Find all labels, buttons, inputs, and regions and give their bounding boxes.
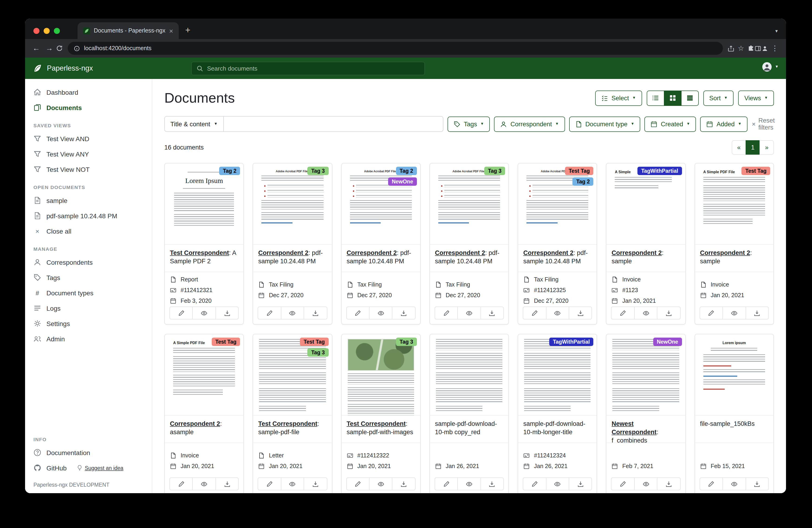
edit-button[interactable] — [611, 306, 635, 319]
sidebar-item-test-view-and[interactable]: Test View AND — [25, 131, 152, 146]
reload-button[interactable] — [56, 45, 63, 52]
sidebar-item-open-doc-pdf-sample[interactable]: pdf-sample 10.24.48 PM — [25, 208, 152, 223]
document-title[interactable]: sample-pdf-download-10-mb-longer-title — [518, 416, 597, 443]
tag-badge-tag-2[interactable]: Tag 2 — [396, 167, 417, 175]
bookmark-star-icon[interactable]: ☆ — [735, 42, 748, 55]
edit-button[interactable] — [435, 306, 458, 319]
sidebar-item-correspondents[interactable]: Correspondents — [25, 255, 152, 270]
forward-button[interactable]: → — [43, 42, 56, 55]
view-button[interactable] — [722, 306, 746, 319]
download-button[interactable] — [569, 306, 592, 319]
zoom-window-button[interactable] — [54, 28, 60, 34]
user-menu[interactable]: ▼ — [762, 62, 779, 72]
tag-badge-tag-2[interactable]: Tag 2 — [219, 167, 240, 175]
view-button[interactable] — [458, 306, 481, 319]
back-button[interactable]: ← — [30, 42, 43, 55]
download-button[interactable] — [480, 477, 504, 490]
download-button[interactable] — [215, 306, 239, 319]
document-thumbnail-area[interactable]: TagWithPartial — [518, 334, 597, 416]
download-button[interactable] — [304, 477, 327, 490]
document-correspondent-link[interactable]: Test Correspondent — [347, 420, 406, 427]
grid-view-button[interactable] — [664, 90, 681, 106]
edit-button[interactable] — [346, 477, 369, 490]
tab-close-icon[interactable]: × — [169, 27, 173, 34]
details-view-button[interactable] — [681, 90, 698, 106]
view-button[interactable] — [281, 477, 304, 490]
select-button[interactable]: Select ▼ — [595, 90, 642, 106]
global-search[interactable] — [191, 62, 425, 75]
suggest-an-idea-link[interactable]: Suggest an idea — [76, 465, 123, 471]
view-button[interactable] — [546, 477, 569, 490]
download-button[interactable] — [215, 477, 239, 490]
document-correspondent-link[interactable]: Correspondent 2 — [612, 249, 662, 256]
document-title[interactable]: Correspondent 2: pdf-sample 10.24.48 PM — [430, 245, 509, 272]
download-button[interactable] — [657, 306, 681, 319]
browser-profile-icon[interactable] — [762, 45, 768, 52]
document-thumbnail-area[interactable]: Lorem IpsumTag 2 — [165, 163, 244, 245]
document-title[interactable]: Test Correspondent: A Sample PDF 2 — [165, 245, 244, 272]
document-title[interactable]: sample-pdf-download-10-mb copy_red — [430, 416, 509, 443]
filter-added-button[interactable]: Added▼ — [700, 116, 748, 132]
tag-badge-tagwithpartial[interactable]: TagWithPartial — [637, 167, 682, 175]
browser-menu-icon[interactable]: ⋮ — [768, 42, 781, 55]
edit-button[interactable] — [258, 477, 281, 490]
sidebar-item-tags[interactable]: Tags — [25, 270, 152, 285]
tag-badge-test-tag[interactable]: Test Tag — [742, 167, 770, 175]
document-correspondent-link[interactable]: Newest Correspondent — [612, 420, 657, 436]
edit-button[interactable] — [170, 477, 193, 490]
tag-badge-tag-3[interactable]: Tag 3 — [396, 338, 417, 346]
document-thumbnail-area[interactable]: Adobe Acrobat PDF FilesTag 3 — [430, 163, 509, 245]
browser-tab[interactable]: Documents - Paperless-ngx × — [77, 22, 179, 39]
sidebar-item-dashboard[interactable]: Dashboard — [25, 85, 152, 100]
side-panel-icon[interactable] — [754, 45, 762, 52]
view-button[interactable] — [458, 477, 481, 490]
document-title[interactable]: file-sample_150kBs — [695, 416, 773, 443]
extensions-icon[interactable] — [748, 45, 754, 52]
tag-badge-test-tag[interactable]: Test Tag — [300, 338, 329, 346]
document-title[interactable]: Correspondent 2: pdf-sample 10.24.48 PM — [342, 245, 420, 272]
sidebar-item-documentation[interactable]: Documentation — [25, 445, 152, 460]
document-title[interactable]: Correspondent 2: pdf-sample 10.24.48 PM — [253, 245, 332, 272]
sidebar-item-settings[interactable]: Settings — [25, 316, 152, 331]
document-thumbnail-area[interactable] — [430, 334, 509, 416]
minimize-window-button[interactable] — [44, 28, 50, 34]
sidebar-item-github[interactable]: GitHubSuggest an idea — [25, 460, 152, 475]
document-correspondent-link[interactable]: Test Correspondent — [258, 420, 318, 427]
document-thumbnail-area[interactable]: A Simple PDF FileTest Tag — [165, 334, 244, 416]
document-thumbnail-area[interactable]: Test TagTag 3 — [253, 334, 332, 416]
view-button[interactable] — [722, 477, 746, 490]
document-correspondent-link[interactable]: Test Correspondent — [170, 249, 229, 256]
pagination-next-button[interactable]: » — [759, 140, 774, 155]
edit-button[interactable] — [699, 306, 723, 319]
document-title[interactable]: Correspondent 2: asample — [165, 416, 244, 443]
tag-badge-newone[interactable]: NewOne — [388, 177, 417, 186]
document-thumbnail-area[interactable]: NewOne — [607, 334, 685, 416]
pagination-prev-button[interactable]: « — [732, 140, 746, 155]
close-window-button[interactable] — [33, 28, 40, 34]
reset-filters-button[interactable]: × Reset filters — [752, 117, 775, 131]
sidebar-item-document-types[interactable]: #Document types — [25, 285, 152, 300]
tab-search-icon[interactable]: ▼ — [774, 29, 779, 33]
edit-button[interactable] — [170, 306, 193, 319]
tag-badge-test-tag[interactable]: Test Tag — [212, 338, 240, 346]
filter-document-type-button[interactable]: Document type▼ — [569, 116, 640, 132]
document-title[interactable]: Test Correspondent: sample-pdf-file — [253, 416, 332, 443]
sidebar-item-test-view-any[interactable]: Test View ANY — [25, 146, 152, 161]
tag-badge-tag-3[interactable]: Tag 3 — [308, 167, 329, 175]
view-button[interactable] — [369, 477, 393, 490]
url-bar[interactable]: localhost:4200/documents — [68, 42, 723, 55]
edit-button[interactable] — [435, 477, 458, 490]
document-correspondent-link[interactable]: Correspondent 2 — [258, 249, 308, 256]
tag-badge-tag-3[interactable]: Tag 3 — [484, 167, 505, 175]
document-thumbnail-area[interactable]: Adobe Acrobat PDF FilesTest TagTag 2 — [518, 163, 597, 245]
document-correspondent-link[interactable]: Correspondent 2 — [700, 249, 750, 256]
download-button[interactable] — [480, 306, 504, 319]
download-button[interactable] — [745, 306, 769, 319]
sidebar-item-logs[interactable]: Logs — [25, 300, 152, 316]
sort-button[interactable]: Sort ▼ — [703, 90, 734, 106]
download-button[interactable] — [657, 477, 681, 490]
view-button[interactable] — [634, 306, 658, 319]
download-button[interactable] — [569, 477, 592, 490]
document-thumbnail-area[interactable]: Tag 3 — [342, 334, 420, 416]
document-thumbnail-area[interactable]: A SimpleTagWithPartial — [607, 163, 685, 245]
